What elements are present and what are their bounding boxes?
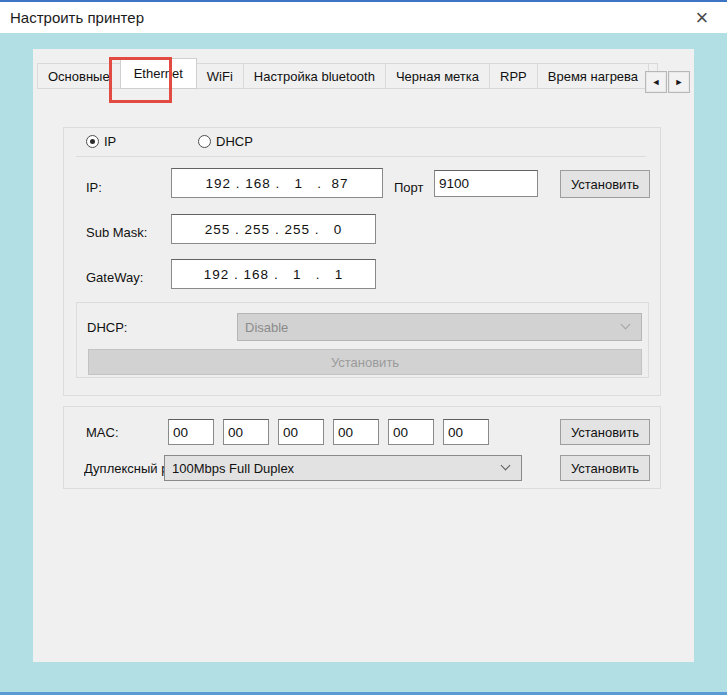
window-title: Настроить принтер — [10, 9, 144, 26]
gateway-input[interactable] — [171, 259, 376, 289]
tab-label: WiFi — [207, 69, 233, 84]
tab-bluetooth[interactable]: Настройка bluetooth — [243, 63, 386, 89]
tab-wifi[interactable]: WiFi — [196, 63, 244, 89]
gateway-label: GateWay: — [86, 270, 143, 285]
mac-group: MAC: Установить Дуплексный режи 100Mbps … — [63, 406, 661, 489]
radio-dhcp-label: DHCP — [216, 134, 253, 149]
tab-label: Настройка bluetooth — [254, 69, 375, 84]
mac-octet-input[interactable] — [168, 419, 214, 445]
mac-octet-input[interactable] — [333, 419, 379, 445]
tab-osnovnye[interactable]: Основные — [37, 63, 121, 89]
tab-label: Ethernet — [134, 66, 183, 81]
tab-control-panel: Основные Ethernet WiFi Настройка bluetoo… — [33, 49, 694, 662]
submask-input[interactable] — [171, 214, 376, 244]
tab-black-mark[interactable]: Черная метка — [385, 63, 490, 89]
dhcp-dropdown: Disable — [237, 313, 642, 341]
duplex-dropdown-value: 100Mbps Full Duplex — [172, 461, 294, 476]
title-bar: Настроить принтер × — [0, 2, 727, 33]
tab-scrollers: ◄ ► — [644, 71, 690, 93]
tab-label: Черная метка — [396, 69, 479, 84]
tab-scroll-right-icon[interactable]: ► — [668, 71, 690, 93]
separator — [76, 156, 646, 157]
close-icon[interactable]: × — [687, 2, 717, 33]
tab-heating-time[interactable]: Время нагрева — [537, 63, 649, 89]
tab-strip: Основные Ethernet WiFi Настройка bluetoo… — [37, 58, 691, 89]
network-group: IP DHCP IP: Порт Установить Sub Mask: Ga… — [63, 127, 661, 396]
set-mac-button[interactable]: Установить — [560, 419, 650, 445]
dhcp-group: DHCP: Disable Установить — [76, 302, 649, 378]
mac-octet-input[interactable] — [443, 419, 489, 445]
radio-ip-label: IP — [104, 134, 116, 149]
tab-label: Время нагрева — [548, 69, 638, 84]
dhcp-dropdown-value: Disable — [245, 320, 288, 335]
radio-dhcp-circle[interactable] — [198, 135, 211, 148]
radio-ip[interactable]: IP — [86, 134, 116, 149]
set-dhcp-button: Установить — [88, 349, 642, 375]
mac-inputs — [168, 419, 489, 445]
mac-label: MAC: — [86, 425, 119, 440]
mac-octet-input[interactable] — [278, 419, 324, 445]
ip-label: IP: — [86, 180, 102, 195]
radio-ip-circle[interactable] — [86, 135, 99, 148]
chevron-down-icon — [501, 461, 511, 471]
ip-input[interactable] — [171, 168, 383, 198]
duplex-label: Дуплексный режи — [84, 461, 165, 476]
mac-octet-input[interactable] — [388, 419, 434, 445]
port-label: Порт — [394, 180, 423, 195]
chevron-down-icon — [621, 320, 631, 330]
duplex-dropdown[interactable]: 100Mbps Full Duplex — [164, 455, 522, 481]
submask-label: Sub Mask: — [86, 225, 147, 240]
mac-octet-input[interactable] — [223, 419, 269, 445]
tab-rpp[interactable]: RPP — [489, 63, 538, 89]
tab-label: Основные — [48, 69, 110, 84]
radio-dhcp[interactable]: DHCP — [198, 134, 253, 149]
printer-settings-dialog: Настроить принтер × Основные Ethernet Wi… — [0, 0, 727, 695]
tab-scroll-left-icon[interactable]: ◄ — [645, 71, 667, 93]
set-duplex-button[interactable]: Установить — [560, 455, 650, 481]
dhcp-label: DHCP: — [87, 320, 127, 335]
set-ip-button[interactable]: Установить — [560, 170, 650, 198]
tab-ethernet[interactable]: Ethernet — [120, 58, 197, 89]
tab-label: RPP — [500, 69, 527, 84]
port-input[interactable] — [434, 170, 538, 197]
